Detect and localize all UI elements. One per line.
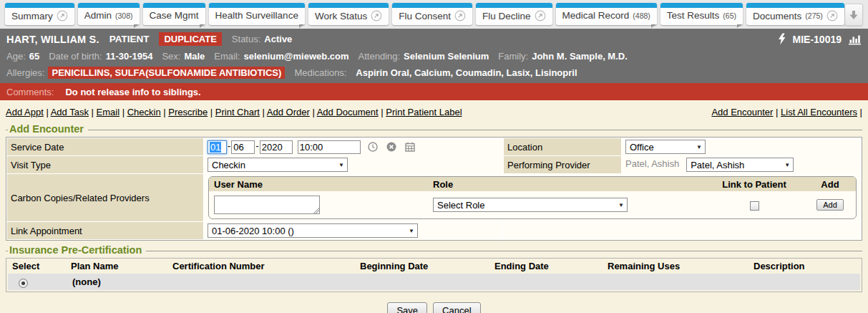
allergies-value[interactable]: PENICILLINS, SULFA(SULFONAMIDE ANTIBIOTI…	[48, 67, 285, 79]
tab-test-results[interactable]: Test Results(65)	[660, 3, 743, 25]
clear-date-icon[interactable]	[386, 141, 397, 153]
tab-documents[interactable]: Documents(275)	[746, 3, 844, 25]
calendar-icon[interactable]	[404, 141, 416, 153]
tab-count: (488)	[633, 11, 650, 20]
insurance-header-row: SelectPlan NameCertification NumberBegin…	[6, 259, 862, 274]
comments-bar: Comments: Do not release info to sibling…	[0, 83, 868, 100]
link-appointment-field: 01-06-2020 10:00 ()▼	[204, 222, 503, 239]
patient-id: MIE-10019	[793, 34, 842, 45]
form-buttons-row: Save Cancel	[6, 302, 862, 313]
action-link-checkin[interactable]: Checkin	[127, 107, 161, 117]
visit-type-select[interactable]: Checkin▼	[208, 158, 348, 172]
action-links-left: Add Appt | Add Task | Email | Checkin | …	[6, 107, 462, 117]
tab-label-row: Admin(308)	[78, 8, 140, 24]
service-date-label: Service Date	[7, 138, 203, 155]
tab-summary[interactable]: Summary	[5, 3, 74, 25]
tab-accent-bar	[308, 3, 389, 8]
carbon-role-select[interactable]: Select Role▼	[433, 198, 628, 212]
tab-flu-consent[interactable]: Flu Consent	[392, 3, 472, 25]
tab-medical-record[interactable]: Medical Record(488)	[556, 3, 657, 25]
chart-metrics-icon[interactable]	[848, 33, 862, 45]
insurance-column-select: Select	[6, 261, 65, 271]
demographic-item: Attending:Selenium Selenium	[359, 51, 489, 62]
carbon-copies-box: User NameRoleLink to PatientAdd Select R…	[208, 176, 857, 219]
insurance-row-none[interactable]: (none)	[8, 274, 860, 290]
tab-label: Flu Consent	[399, 11, 451, 21]
tab-label-row: Flu Consent	[392, 8, 472, 25]
service-time-input[interactable]	[298, 140, 361, 154]
dropdown-arrow-icon: ▼	[784, 162, 790, 168]
location-select[interactable]: Office▼	[625, 140, 706, 154]
carbon-header-row: User NameRoleLink to PatientAdd	[209, 177, 856, 191]
action-link-add-task[interactable]: Add Task	[51, 107, 89, 117]
action-link-add-encounter[interactable]: Add Encounter	[711, 107, 773, 117]
cancel-button[interactable]: Cancel	[433, 302, 480, 313]
fold-corner-icon	[200, 24, 205, 28]
tab-case-mgmt[interactable]: Case Mgmt	[143, 3, 205, 25]
tab-admin[interactable]: Admin(308)	[78, 3, 140, 25]
demographic-item: Sex:Male	[162, 51, 205, 62]
carbon-user-name-input[interactable]	[214, 196, 320, 214]
radio-dot	[21, 281, 25, 285]
action-link-add-document[interactable]: Add Document	[317, 107, 379, 117]
action-link-print-chart[interactable]: Print Chart	[215, 107, 260, 117]
tab-label-row: Documents(275)	[746, 8, 844, 25]
action-link-add-order[interactable]: Add Order	[267, 107, 310, 117]
tab-label: Admin	[84, 10, 112, 21]
carbon-add-button[interactable]: Add	[816, 199, 844, 211]
tab-list: SummaryAdmin(308)Case MgmtHealth Surveil…	[5, 3, 844, 25]
carbon-role-value: Select Role	[437, 200, 484, 211]
external-link-icon	[57, 10, 68, 21]
service-date-day-input[interactable]	[231, 140, 255, 154]
insurance-select-cell	[8, 276, 67, 288]
service-date-year-input[interactable]	[260, 140, 293, 154]
lightning-bolt-icon[interactable]	[777, 33, 786, 45]
save-button[interactable]: Save	[387, 302, 427, 313]
fold-corner-icon	[134, 24, 139, 28]
action-link-prescribe[interactable]: Prescribe	[168, 107, 208, 117]
fold-corner-icon	[737, 24, 742, 28]
link-appointment-value: 01-06-2020 10:00 ()	[212, 226, 294, 236]
allergies-row: Allergies: PENICILLINS, SULFA(SULFONAMID…	[0, 64, 868, 81]
demographic-label: Date of birth:	[49, 51, 102, 62]
insurance-column-description: Description	[748, 261, 862, 271]
insurance-column-certification-number: Certification Number	[167, 261, 354, 271]
location-value: Office	[630, 142, 654, 153]
carbon-copies-label: Carbon Copies/Related Providers	[7, 174, 203, 221]
tab-accent-bar	[5, 3, 74, 8]
fold-corner-icon	[651, 24, 656, 28]
performing-provider-select[interactable]: Patel, Ashish▼	[686, 158, 794, 172]
tab-label: Summary	[11, 11, 53, 21]
action-link-email[interactable]: Email	[97, 107, 120, 117]
clock-icon[interactable]	[367, 141, 379, 153]
carbon-column-link-to-patient: Link to Patient	[704, 179, 804, 190]
tab-work-status[interactable]: Work Status	[308, 3, 389, 25]
visit-type-field: Checkin▼	[204, 156, 503, 173]
tab-health-surveillance[interactable]: Health Surveillance	[209, 3, 305, 25]
comments-label: Comments:	[6, 87, 54, 97]
dropdown-arrow-icon: ▼	[338, 162, 344, 168]
action-link-add-appt[interactable]: Add Appt	[6, 107, 44, 117]
insurance-select-radio[interactable]	[19, 279, 28, 288]
demographics-row: Age:65Date of birth:11-30-1954Sex:MaleEm…	[0, 48, 868, 64]
selected-month-text: 01	[210, 142, 221, 153]
duplicate-badge[interactable]: DUPLICATE	[159, 32, 221, 46]
link-to-patient-checkbox[interactable]	[750, 201, 759, 211]
tab-label-row: Work Status	[308, 8, 389, 25]
performing-provider-value: Patel, Ashish	[691, 160, 744, 170]
tab-flu-decline[interactable]: Flu Decline	[476, 3, 552, 25]
section-rule	[146, 251, 862, 251]
date-separator: -	[255, 140, 258, 151]
tab-accent-bar	[556, 3, 657, 8]
patient-header-band: HART, WILLIAM S. PATIENT DUPLICATE Statu…	[0, 29, 868, 83]
section-rule	[88, 130, 862, 130]
action-link-list-all-encounters[interactable]: List All Encounters	[781, 107, 857, 117]
action-link-print-patient-label[interactable]: Print Patient Label	[386, 107, 462, 117]
service-date-month-input[interactable]: 01	[208, 140, 227, 154]
link-appointment-select[interactable]: 01-06-2020 10:00 ()▼	[208, 223, 418, 238]
demographic-value: selenium@mieweb.com	[243, 51, 348, 62]
visit-type-value: Checkin	[212, 160, 245, 170]
tab-accent-bar	[476, 3, 552, 8]
visit-type-label: Visit Type	[7, 156, 203, 173]
collapse-tabs-button[interactable]	[844, 4, 863, 26]
